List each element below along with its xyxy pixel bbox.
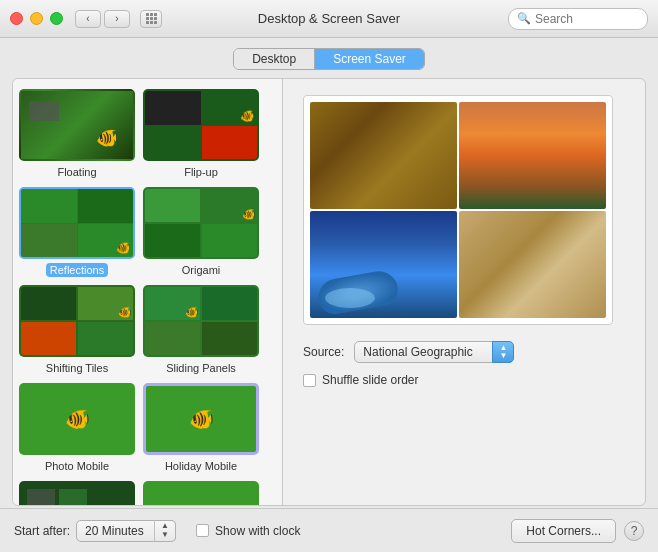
show-clock-label: Show with clock — [215, 524, 300, 538]
source-select[interactable]: National Geographic My Photo Library iPh… — [354, 341, 514, 363]
source-select-wrapper: National Geographic My Photo Library iPh… — [354, 341, 514, 363]
start-after-label: Start after: — [14, 524, 70, 538]
maximize-button[interactable] — [50, 12, 63, 25]
arrow-down-icon: ▼ — [499, 352, 507, 360]
start-after-stepper[interactable]: ▲ ▼ — [154, 520, 176, 542]
start-after-select-wrapper: 1 Minute 2 Minutes 5 Minutes 10 Minutes … — [76, 520, 176, 542]
screensaver-thumbnail-holidaymobile — [143, 383, 259, 455]
screensaver-label-reflections: Reflections — [46, 263, 108, 277]
titlebar: ‹ › Desktop & Screen Saver 🔍 — [0, 0, 658, 38]
close-button[interactable] — [10, 12, 23, 25]
list-item[interactable]: Flip-up — [143, 89, 259, 179]
source-select-arrow[interactable]: ▲ ▼ — [492, 341, 514, 363]
list-item[interactable] — [19, 481, 135, 505]
screensaver-thumbnail-partial1 — [19, 481, 135, 505]
shuffle-label: Shuffle slide order — [322, 373, 419, 387]
screensaver-label-sliding: Sliding Panels — [162, 361, 240, 375]
shuffle-row: Shuffle slide order — [303, 373, 625, 387]
traffic-lights — [10, 12, 63, 25]
list-item[interactable] — [143, 481, 259, 505]
nav-buttons: ‹ › — [75, 10, 130, 28]
controls-area: Source: National Geographic My Photo Lib… — [303, 341, 625, 387]
screensaver-label-flipup: Flip-up — [180, 165, 222, 179]
screensaver-label-origami: Origami — [178, 263, 225, 277]
back-button[interactable]: ‹ — [75, 10, 101, 28]
list-item[interactable]: Floating — [19, 89, 135, 179]
list-item[interactable]: Photo Mobile — [19, 383, 135, 473]
show-clock-row: Show with clock — [196, 524, 300, 538]
preview-photo-3 — [310, 211, 457, 318]
screensaver-thumbnail-sliding — [143, 285, 259, 357]
whale-shape — [316, 268, 401, 316]
screensaver-label-shifting: Shifting Tiles — [42, 361, 112, 375]
screensaver-thumbnail-flipup — [143, 89, 259, 161]
show-clock-checkbox[interactable] — [196, 524, 209, 537]
source-row: Source: National Geographic My Photo Lib… — [303, 341, 625, 363]
screensaver-list: Floating Flip-up Reflections Origami — [13, 79, 283, 505]
list-item[interactable]: Reflections — [19, 187, 135, 277]
screensaver-thumbnail-origami — [143, 187, 259, 259]
window-title: Desktop & Screen Saver — [258, 11, 400, 26]
forward-button[interactable]: › — [104, 10, 130, 28]
preview-photo-4 — [459, 211, 606, 318]
segment-container: Desktop Screen Saver — [0, 38, 658, 78]
search-box[interactable]: 🔍 — [508, 8, 648, 30]
minimize-button[interactable] — [30, 12, 43, 25]
preview-photo-1 — [310, 102, 457, 209]
screensaver-thumbnail-shifting — [19, 285, 135, 357]
screensaver-thumbnail-floating — [19, 89, 135, 161]
preview-photo-2 — [459, 102, 606, 209]
screensaver-tab[interactable]: Screen Saver — [315, 49, 424, 69]
list-item[interactable]: Holiday Mobile — [143, 383, 259, 473]
grid-icon — [146, 13, 157, 24]
screensaver-label-holidaymobile: Holiday Mobile — [161, 459, 241, 473]
screensaver-thumbnail-partial2 — [143, 481, 259, 505]
shuffle-checkbox[interactable] — [303, 374, 316, 387]
desktop-tab[interactable]: Desktop — [234, 49, 315, 69]
stepper-down-icon: ▼ — [161, 531, 169, 540]
search-icon: 🔍 — [517, 12, 531, 25]
search-input[interactable] — [535, 12, 639, 26]
screensaver-thumbnail-photomobile — [19, 383, 135, 455]
list-item[interactable]: Origami — [143, 187, 259, 277]
screensaver-thumbnail-reflections — [19, 187, 135, 259]
screensaver-label-floating: Floating — [53, 165, 100, 179]
screensaver-preview: Source: National Geographic My Photo Lib… — [283, 79, 645, 505]
main-content: Floating Flip-up Reflections Origami — [12, 78, 646, 506]
source-label: Source: — [303, 345, 344, 359]
hot-corners-button[interactable]: Hot Corners... — [511, 519, 616, 543]
bottom-bar: Start after: 1 Minute 2 Minutes 5 Minute… — [0, 508, 658, 552]
grid-button[interactable] — [140, 10, 162, 28]
screensaver-label-photomobile: Photo Mobile — [41, 459, 113, 473]
segment-control: Desktop Screen Saver — [233, 48, 425, 70]
preview-box — [303, 95, 613, 325]
list-item[interactable]: Sliding Panels — [143, 285, 259, 375]
help-button[interactable]: ? — [624, 521, 644, 541]
list-item[interactable]: Shifting Tiles — [19, 285, 135, 375]
